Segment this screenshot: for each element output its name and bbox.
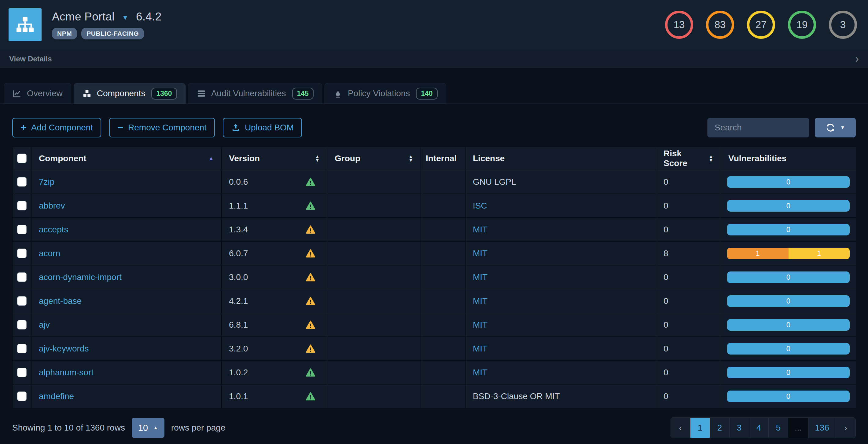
severity-summary: 13 83 27 19 3 — [665, 11, 857, 39]
pagination-ellipsis[interactable]: ... — [788, 418, 808, 438]
table-row: ajv-keywords 3.2.0 MIT 0 0 — [12, 337, 856, 361]
row-checkbox[interactable] — [17, 248, 27, 258]
page-button-3[interactable]: 3 — [730, 418, 749, 438]
component-link[interactable]: ajv-keywords — [39, 344, 89, 353]
search-input[interactable] — [707, 118, 809, 137]
component-link[interactable]: abbrev — [39, 201, 65, 210]
page-button-last[interactable]: 136 — [808, 418, 836, 438]
column-header-component[interactable]: Component▲ — [31, 147, 222, 170]
row-checkbox[interactable] — [17, 225, 27, 234]
component-link[interactable]: amdefine — [39, 391, 74, 401]
vulnerabilities-bar: 0 — [727, 295, 850, 307]
page-button-1[interactable]: 1 — [690, 418, 710, 438]
component-link[interactable]: agent-base — [39, 296, 82, 306]
audit-count-badge: 145 — [292, 88, 314, 100]
vulnerability-count-segment: 0 — [727, 176, 850, 188]
vulnerability-count-segment: 0 — [727, 224, 850, 235]
vulnerabilities-bar: 11 — [727, 248, 850, 259]
version-value: 4.2.1 — [229, 296, 248, 306]
version-value: 3.0.0 — [229, 272, 248, 282]
sort-icon: ▲▼ — [315, 155, 320, 162]
row-checkbox[interactable] — [17, 201, 27, 210]
license-text[interactable]: MIT — [473, 272, 488, 282]
components-toolbar: + Add Component − Remove Component Uploa… — [12, 118, 856, 137]
license-text[interactable]: MIT — [473, 296, 488, 306]
vulnerabilities-bar: 0 — [727, 390, 850, 402]
row-checkbox[interactable] — [17, 296, 27, 306]
license-text[interactable]: MIT — [473, 248, 488, 258]
pagination: ‹ 1 2 3 4 5 ... 136 › — [671, 417, 856, 438]
version-status-icon — [305, 248, 316, 259]
column-header-risk-score[interactable]: Risk Score▲▼ — [656, 147, 721, 170]
component-link[interactable]: acorn-dynamic-import — [39, 272, 122, 282]
row-checkbox[interactable] — [17, 177, 27, 186]
flame-icon — [333, 89, 343, 98]
refresh-icon — [826, 123, 835, 133]
column-header-version[interactable]: Version▲▼ — [222, 147, 327, 170]
component-link[interactable]: acorn — [39, 248, 60, 258]
vulnerability-count-segment: 0 — [727, 390, 850, 402]
add-component-button[interactable]: + Add Component — [12, 118, 101, 137]
page-button-4[interactable]: 4 — [749, 418, 769, 438]
license-text[interactable]: MIT — [473, 320, 488, 330]
row-checkbox[interactable] — [17, 320, 27, 330]
sort-asc-icon: ▲ — [208, 155, 214, 162]
view-details-label: View Details — [9, 55, 52, 63]
group-cell — [327, 313, 421, 337]
component-link[interactable]: accepts — [39, 225, 68, 234]
row-checkbox[interactable] — [17, 368, 27, 377]
tab-bar: Overview Components 1360 Audit Vulnerabi… — [0, 83, 868, 104]
tab-label: Audit Vulnerabilities — [211, 89, 286, 98]
tab-audit-vulnerabilities[interactable]: Audit Vulnerabilities 145 — [188, 83, 322, 104]
page-size-select[interactable]: 10 ▲ — [132, 418, 164, 438]
prev-page-button[interactable]: ‹ — [671, 418, 690, 438]
row-checkbox[interactable] — [17, 272, 27, 282]
column-header-group[interactable]: Group▲▼ — [327, 147, 421, 170]
project-switcher-caret-icon[interactable]: ▼ — [122, 14, 129, 22]
cubes-icon — [82, 89, 92, 98]
column-header-license[interactable]: License — [465, 147, 656, 170]
upload-icon — [231, 123, 240, 132]
unassigned-severity-ring: 3 — [829, 11, 857, 39]
tab-policy-violations[interactable]: Policy Violations 140 — [324, 83, 446, 104]
license-text[interactable]: MIT — [473, 225, 488, 234]
row-checkbox[interactable] — [17, 391, 27, 401]
version-status-icon — [305, 272, 316, 282]
component-link[interactable]: 7zip — [39, 177, 54, 186]
next-page-button[interactable]: › — [836, 418, 856, 438]
license-text[interactable]: MIT — [473, 344, 488, 353]
table-row: accepts 1.3.4 MIT 0 0 — [12, 218, 856, 242]
vulnerability-count-segment: 0 — [727, 200, 850, 212]
page-button-2[interactable]: 2 — [710, 418, 730, 438]
table-row: acorn-dynamic-import 3.0.0 MIT 0 0 — [12, 265, 856, 289]
select-all-checkbox[interactable] — [17, 153, 27, 163]
remove-component-button[interactable]: − Remove Component — [109, 118, 215, 137]
project-tags: NPM PUBLIC-FACING — [52, 28, 162, 39]
version-status-icon — [305, 177, 316, 187]
group-cell — [327, 265, 421, 289]
group-cell — [327, 194, 421, 218]
license-text[interactable]: ISC — [473, 201, 487, 210]
row-checkbox[interactable] — [17, 344, 27, 353]
table-row: 7zip 0.0.6 GNU LGPL 0 0 — [12, 170, 856, 194]
table-row: abbrev 1.1.1 ISC 0 0 — [12, 194, 856, 218]
tab-label: Overview — [27, 89, 63, 98]
internal-cell — [421, 194, 465, 218]
vulnerability-count-segment: 0 — [727, 319, 850, 331]
view-details-bar[interactable]: View Details › — [0, 49, 868, 68]
component-link[interactable]: ajv — [39, 320, 50, 330]
tab-overview[interactable]: Overview — [4, 83, 71, 104]
vulnerability-count-segment: 1 — [727, 248, 788, 259]
page-button-5[interactable]: 5 — [769, 418, 788, 438]
tag-badge: NPM — [52, 28, 77, 39]
component-link[interactable]: alphanum-sort — [39, 368, 94, 377]
tasks-icon — [196, 89, 206, 98]
column-header-internal[interactable]: Internal — [421, 147, 465, 170]
license-text[interactable]: MIT — [473, 368, 488, 377]
column-header-vulnerabilities[interactable]: Vulnerabilities — [721, 147, 856, 170]
refresh-button[interactable]: ▼ — [815, 118, 856, 137]
components-count-badge: 1360 — [151, 88, 177, 100]
tab-components[interactable]: Components 1360 — [74, 83, 186, 104]
showing-rows-text: Showing 1 to 10 of 1360 rows — [12, 423, 125, 433]
upload-bom-button[interactable]: Upload BOM — [223, 118, 302, 137]
